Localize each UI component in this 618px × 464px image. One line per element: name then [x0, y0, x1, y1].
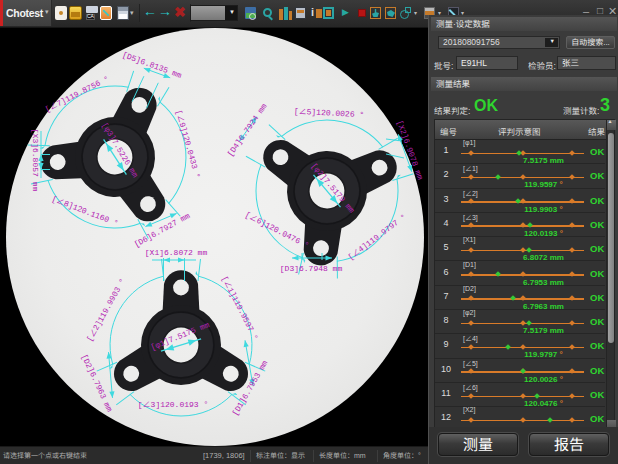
svg-text:[D3]6.7948 mm: [D3]6.7948 mm [280, 264, 343, 273]
svg-text:[X3]6.8057 mm: [X3]6.8057 mm [31, 129, 40, 192]
svg-text:[X1]6.8072 mm: [X1]6.8072 mm [145, 248, 208, 257]
svg-text:[∠3]120.0193 °: [∠3]120.0193 ° [138, 400, 208, 409]
